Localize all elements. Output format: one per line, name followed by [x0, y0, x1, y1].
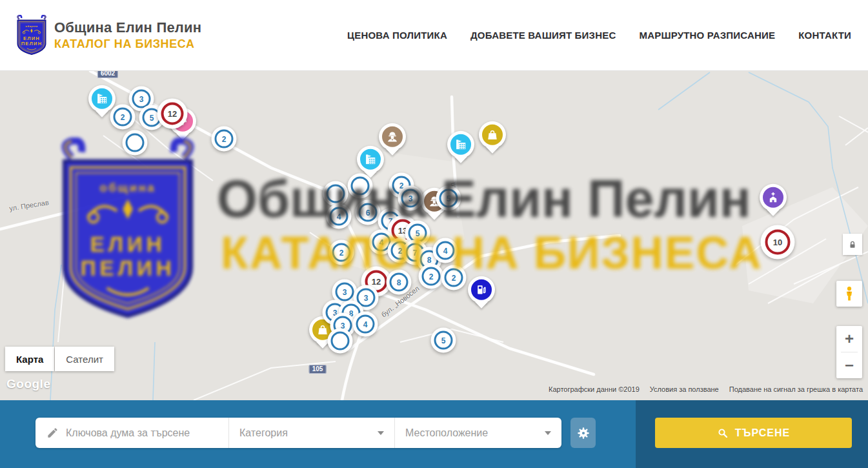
cluster-count: 5 — [434, 331, 453, 350]
search-bar: Категория Местоположение — [0, 400, 868, 468]
lock-control[interactable] — [843, 234, 862, 255]
cluster-marker[interactable]: 4 — [433, 238, 458, 263]
cluster-marker[interactable] — [348, 174, 373, 199]
cluster-count: 8 — [390, 273, 409, 292]
cluster-count: 2 — [215, 130, 234, 148]
zoom-in-button[interactable]: + — [836, 326, 862, 352]
gear-icon — [576, 426, 590, 440]
cluster-marker[interactable] — [323, 181, 348, 207]
cluster-count: 2 — [445, 269, 463, 287]
location-placeholder: Местоположение — [405, 427, 488, 439]
cluster-count: 3 — [336, 283, 354, 301]
search-box: Категория Местоположение — [35, 418, 561, 448]
cluster-marker[interactable]: 5 — [436, 186, 461, 211]
google-logo[interactable]: Google — [6, 377, 50, 391]
pencil-icon — [46, 427, 59, 439]
cluster-count: 2 — [114, 108, 132, 127]
header: Община Елин Пелин КАТАЛОГ НА БИЗНЕСА ЦЕН… — [0, 0, 868, 71]
location-select[interactable]: Местоположение — [395, 418, 561, 448]
chevron-down-icon — [545, 431, 551, 435]
nav-add-your-business[interactable]: ДОБАВЕТЕ ВАШИЯТ БИЗНЕС — [470, 30, 616, 41]
keyword-input[interactable] — [66, 427, 227, 439]
cluster-marker[interactable]: 2 — [329, 240, 354, 265]
nav-route-timetable[interactable]: МАРШРУТНО РАЗПИСАНИЕ — [639, 30, 775, 41]
site-logo[interactable]: Община Елин Пелин КАТАЛОГ НА БИЗНЕСА — [15, 15, 201, 56]
street-view-pegman[interactable] — [836, 281, 862, 307]
cluster-marker[interactable]: 2 — [441, 265, 467, 290]
cluster-marker[interactable]: 2 — [212, 127, 237, 152]
cluster-count: 2 — [422, 267, 441, 286]
cluster-count: 3 — [401, 189, 420, 208]
category-placeholder: Категория — [239, 427, 288, 439]
keyword-field[interactable] — [35, 418, 229, 448]
chevron-down-icon — [378, 431, 384, 435]
attribution-terms-link[interactable]: Условия за ползване — [650, 385, 719, 393]
cluster-marker[interactable]: 2 — [110, 105, 136, 130]
search-icon — [717, 427, 729, 439]
page: Община Елин Пелин КАТАЛОГ НА БИЗНЕСА ЦЕН… — [0, 0, 868, 468]
attribution-report-link[interactable]: Подаване на сигнал за грешка в картата — [729, 385, 863, 393]
nav-pricing-policy[interactable]: ЦЕНОВА ПОЛИТИКА — [347, 30, 447, 41]
cluster-count: 2 — [332, 243, 351, 262]
search-button[interactable]: ТЪРСЕНЕ — [655, 418, 852, 448]
attribution-copyright: Картографски данни ©2019 — [549, 385, 640, 393]
advanced-settings-button[interactable] — [570, 418, 596, 448]
category-select[interactable]: Категория — [229, 418, 395, 448]
cluster-marker[interactable]: 4 — [327, 204, 352, 229]
cluster-count: 4 — [436, 241, 455, 260]
search-button-label: ТЪРСЕНЕ — [735, 427, 790, 439]
main-nav: ЦЕНОВА ПОЛИТИКА ДОБАВЕТЕ ВАШИЯТ БИЗНЕС М… — [347, 30, 851, 41]
cluster-count: 6 — [359, 203, 378, 222]
cluster-count — [327, 185, 345, 203]
cluster-marker[interactable]: 3 — [398, 186, 423, 211]
zoom-control: + − — [836, 326, 862, 378]
site-subtitle: КАТАЛОГ НА БИЗНЕСА — [54, 37, 201, 51]
cluster-count — [351, 177, 370, 196]
municipality-crest-icon — [15, 15, 48, 56]
map-type-control: Карта Сателит — [5, 347, 114, 371]
cluster-marker[interactable]: 4 — [353, 312, 378, 337]
cluster-marker[interactable]: 6 — [356, 200, 381, 225]
zoom-out-button[interactable]: − — [836, 352, 862, 378]
site-title: Община Елин Пелин — [54, 19, 201, 36]
map-type-map-button[interactable]: Карта — [5, 347, 54, 371]
map-type-satellite-button[interactable]: Сателит — [55, 347, 114, 371]
map-canvas[interactable]: 6002105ул. Преславбул. „Новоселщи 325122… — [0, 71, 868, 400]
pegman-icon — [842, 286, 856, 301]
nav-contacts[interactable]: КОНТАКТИ — [798, 30, 851, 41]
map-attribution: Картографски данни ©2019 Условия за полз… — [549, 385, 863, 393]
cluster-count: 10 — [765, 230, 791, 255]
clusters-layer: 32512223564713542278422128333834510 — [0, 71, 868, 400]
cluster-marker[interactable]: 10 — [761, 225, 795, 259]
cluster-marker[interactable] — [328, 329, 353, 354]
cluster-marker[interactable]: 2 — [419, 264, 444, 289]
cluster-marker[interactable]: 5 — [431, 328, 456, 353]
cluster-marker[interactable]: 12 — [157, 99, 188, 129]
cluster-count: 4 — [356, 315, 375, 334]
cluster-count — [331, 332, 350, 351]
cluster-count: 4 — [330, 207, 348, 226]
logo-text: Община Елин Пелин КАТАЛОГ НА БИЗНЕСА — [54, 19, 201, 51]
cluster-marker[interactable] — [123, 130, 148, 156]
cluster-count: 12 — [161, 103, 184, 125]
cluster-count — [126, 134, 145, 152]
cluster-marker[interactable]: 8 — [387, 270, 412, 295]
cluster-count: 5 — [439, 189, 458, 208]
padlock-icon — [848, 240, 857, 249]
